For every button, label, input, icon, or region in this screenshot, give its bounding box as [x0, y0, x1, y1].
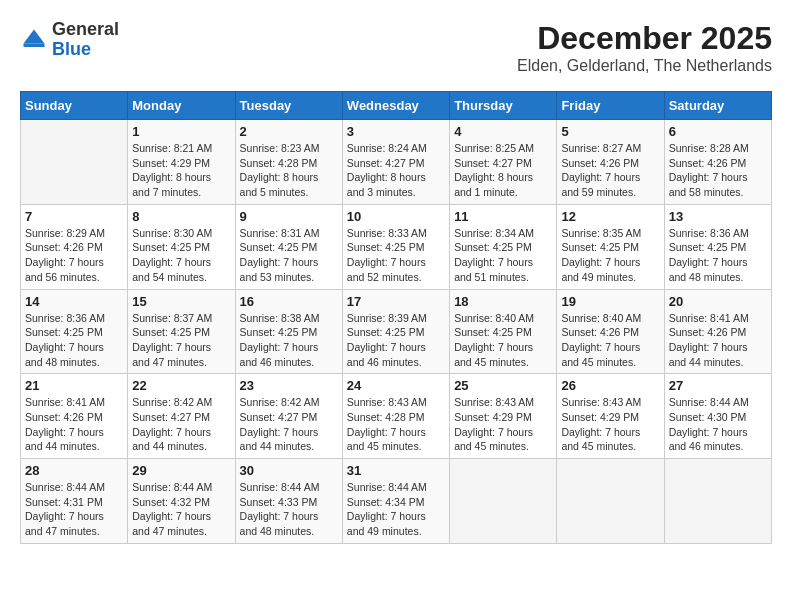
day-number: 10 — [347, 209, 445, 224]
day-number: 8 — [132, 209, 230, 224]
day-number: 22 — [132, 378, 230, 393]
calendar-header-row: SundayMondayTuesdayWednesdayThursdayFrid… — [21, 92, 772, 120]
day-number: 29 — [132, 463, 230, 478]
weekday-header: Sunday — [21, 92, 128, 120]
calendar-cell — [557, 459, 664, 544]
logo: General Blue — [20, 20, 119, 60]
day-info: Sunrise: 8:28 AM Sunset: 4:26 PM Dayligh… — [669, 141, 767, 200]
page-header: General Blue December 2025 Elden, Gelder… — [20, 20, 772, 75]
calendar-cell — [450, 459, 557, 544]
day-number: 2 — [240, 124, 338, 139]
logo-icon — [20, 26, 48, 54]
day-number: 20 — [669, 294, 767, 309]
calendar-cell: 13Sunrise: 8:36 AM Sunset: 4:25 PM Dayli… — [664, 204, 771, 289]
day-number: 23 — [240, 378, 338, 393]
weekday-header: Thursday — [450, 92, 557, 120]
logo-general-text: General — [52, 20, 119, 40]
day-info: Sunrise: 8:42 AM Sunset: 4:27 PM Dayligh… — [132, 395, 230, 454]
day-info: Sunrise: 8:44 AM Sunset: 4:32 PM Dayligh… — [132, 480, 230, 539]
calendar-cell: 8Sunrise: 8:30 AM Sunset: 4:25 PM Daylig… — [128, 204, 235, 289]
day-number: 15 — [132, 294, 230, 309]
calendar-cell: 10Sunrise: 8:33 AM Sunset: 4:25 PM Dayli… — [342, 204, 449, 289]
weekday-header: Saturday — [664, 92, 771, 120]
day-info: Sunrise: 8:40 AM Sunset: 4:25 PM Dayligh… — [454, 311, 552, 370]
calendar-cell: 30Sunrise: 8:44 AM Sunset: 4:33 PM Dayli… — [235, 459, 342, 544]
day-info: Sunrise: 8:40 AM Sunset: 4:26 PM Dayligh… — [561, 311, 659, 370]
day-number: 28 — [25, 463, 123, 478]
calendar-cell: 19Sunrise: 8:40 AM Sunset: 4:26 PM Dayli… — [557, 289, 664, 374]
day-number: 5 — [561, 124, 659, 139]
svg-marker-0 — [24, 29, 45, 43]
day-number: 31 — [347, 463, 445, 478]
calendar-cell: 5Sunrise: 8:27 AM Sunset: 4:26 PM Daylig… — [557, 120, 664, 205]
day-info: Sunrise: 8:41 AM Sunset: 4:26 PM Dayligh… — [669, 311, 767, 370]
calendar-cell: 17Sunrise: 8:39 AM Sunset: 4:25 PM Dayli… — [342, 289, 449, 374]
day-info: Sunrise: 8:23 AM Sunset: 4:28 PM Dayligh… — [240, 141, 338, 200]
day-info: Sunrise: 8:34 AM Sunset: 4:25 PM Dayligh… — [454, 226, 552, 285]
day-number: 3 — [347, 124, 445, 139]
calendar-cell: 9Sunrise: 8:31 AM Sunset: 4:25 PM Daylig… — [235, 204, 342, 289]
day-number: 26 — [561, 378, 659, 393]
day-info: Sunrise: 8:29 AM Sunset: 4:26 PM Dayligh… — [25, 226, 123, 285]
day-info: Sunrise: 8:27 AM Sunset: 4:26 PM Dayligh… — [561, 141, 659, 200]
day-info: Sunrise: 8:37 AM Sunset: 4:25 PM Dayligh… — [132, 311, 230, 370]
day-number: 16 — [240, 294, 338, 309]
day-info: Sunrise: 8:24 AM Sunset: 4:27 PM Dayligh… — [347, 141, 445, 200]
calendar-cell: 20Sunrise: 8:41 AM Sunset: 4:26 PM Dayli… — [664, 289, 771, 374]
calendar-cell — [664, 459, 771, 544]
day-number: 6 — [669, 124, 767, 139]
day-info: Sunrise: 8:36 AM Sunset: 4:25 PM Dayligh… — [669, 226, 767, 285]
day-info: Sunrise: 8:41 AM Sunset: 4:26 PM Dayligh… — [25, 395, 123, 454]
day-info: Sunrise: 8:42 AM Sunset: 4:27 PM Dayligh… — [240, 395, 338, 454]
calendar-cell: 7Sunrise: 8:29 AM Sunset: 4:26 PM Daylig… — [21, 204, 128, 289]
day-info: Sunrise: 8:35 AM Sunset: 4:25 PM Dayligh… — [561, 226, 659, 285]
day-number: 19 — [561, 294, 659, 309]
weekday-header: Monday — [128, 92, 235, 120]
calendar-cell: 22Sunrise: 8:42 AM Sunset: 4:27 PM Dayli… — [128, 374, 235, 459]
calendar-cell: 3Sunrise: 8:24 AM Sunset: 4:27 PM Daylig… — [342, 120, 449, 205]
svg-rect-1 — [24, 43, 45, 47]
day-number: 18 — [454, 294, 552, 309]
calendar-cell: 23Sunrise: 8:42 AM Sunset: 4:27 PM Dayli… — [235, 374, 342, 459]
day-number: 30 — [240, 463, 338, 478]
day-number: 12 — [561, 209, 659, 224]
day-number: 1 — [132, 124, 230, 139]
day-number: 4 — [454, 124, 552, 139]
calendar-cell: 16Sunrise: 8:38 AM Sunset: 4:25 PM Dayli… — [235, 289, 342, 374]
day-info: Sunrise: 8:44 AM Sunset: 4:34 PM Dayligh… — [347, 480, 445, 539]
calendar-cell: 29Sunrise: 8:44 AM Sunset: 4:32 PM Dayli… — [128, 459, 235, 544]
day-info: Sunrise: 8:21 AM Sunset: 4:29 PM Dayligh… — [132, 141, 230, 200]
calendar-cell: 24Sunrise: 8:43 AM Sunset: 4:28 PM Dayli… — [342, 374, 449, 459]
calendar-week-row: 7Sunrise: 8:29 AM Sunset: 4:26 PM Daylig… — [21, 204, 772, 289]
day-info: Sunrise: 8:44 AM Sunset: 4:33 PM Dayligh… — [240, 480, 338, 539]
day-info: Sunrise: 8:44 AM Sunset: 4:31 PM Dayligh… — [25, 480, 123, 539]
day-info: Sunrise: 8:33 AM Sunset: 4:25 PM Dayligh… — [347, 226, 445, 285]
day-info: Sunrise: 8:38 AM Sunset: 4:25 PM Dayligh… — [240, 311, 338, 370]
calendar-cell: 6Sunrise: 8:28 AM Sunset: 4:26 PM Daylig… — [664, 120, 771, 205]
calendar-cell: 26Sunrise: 8:43 AM Sunset: 4:29 PM Dayli… — [557, 374, 664, 459]
calendar-cell: 25Sunrise: 8:43 AM Sunset: 4:29 PM Dayli… — [450, 374, 557, 459]
calendar-cell: 1Sunrise: 8:21 AM Sunset: 4:29 PM Daylig… — [128, 120, 235, 205]
day-info: Sunrise: 8:43 AM Sunset: 4:29 PM Dayligh… — [561, 395, 659, 454]
calendar-week-row: 21Sunrise: 8:41 AM Sunset: 4:26 PM Dayli… — [21, 374, 772, 459]
calendar-cell: 11Sunrise: 8:34 AM Sunset: 4:25 PM Dayli… — [450, 204, 557, 289]
calendar-table: SundayMondayTuesdayWednesdayThursdayFrid… — [20, 91, 772, 544]
calendar-week-row: 28Sunrise: 8:44 AM Sunset: 4:31 PM Dayli… — [21, 459, 772, 544]
calendar-cell: 21Sunrise: 8:41 AM Sunset: 4:26 PM Dayli… — [21, 374, 128, 459]
day-info: Sunrise: 8:31 AM Sunset: 4:25 PM Dayligh… — [240, 226, 338, 285]
weekday-header: Friday — [557, 92, 664, 120]
weekday-header: Tuesday — [235, 92, 342, 120]
calendar-cell: 28Sunrise: 8:44 AM Sunset: 4:31 PM Dayli… — [21, 459, 128, 544]
day-number: 9 — [240, 209, 338, 224]
day-number: 24 — [347, 378, 445, 393]
day-info: Sunrise: 8:43 AM Sunset: 4:29 PM Dayligh… — [454, 395, 552, 454]
title-area: December 2025 Elden, Gelderland, The Net… — [517, 20, 772, 75]
day-info: Sunrise: 8:36 AM Sunset: 4:25 PM Dayligh… — [25, 311, 123, 370]
calendar-cell — [21, 120, 128, 205]
calendar-body: 1Sunrise: 8:21 AM Sunset: 4:29 PM Daylig… — [21, 120, 772, 544]
day-number: 13 — [669, 209, 767, 224]
day-number: 17 — [347, 294, 445, 309]
calendar-week-row: 1Sunrise: 8:21 AM Sunset: 4:29 PM Daylig… — [21, 120, 772, 205]
calendar-cell: 2Sunrise: 8:23 AM Sunset: 4:28 PM Daylig… — [235, 120, 342, 205]
logo-blue-text: Blue — [52, 40, 119, 60]
